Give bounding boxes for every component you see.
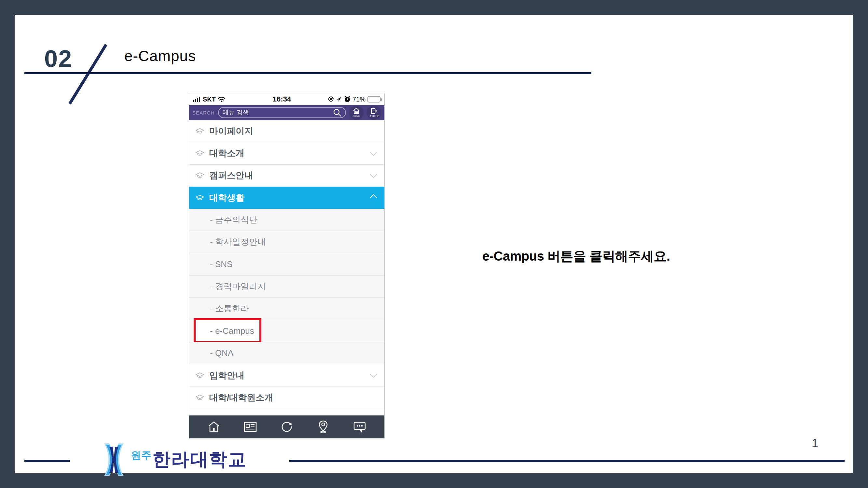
university-logo: 원주 한라대학교: [98, 442, 247, 478]
battery-percent: 71%: [352, 96, 366, 103]
submenu-item-sns[interactable]: - SNS: [189, 253, 384, 275]
nav-home-button[interactable]: [204, 417, 224, 436]
submenu-item-academic-calendar[interactable]: - 학사일정안내: [189, 231, 384, 253]
home-icon: [207, 421, 220, 433]
section-title: e-Campus: [124, 47, 196, 65]
halla-h-mark-icon: [98, 443, 129, 477]
phone-status-bar: SKT 16:34: [189, 93, 384, 105]
footer-line-left: [24, 460, 70, 462]
graduation-cap-icon: [195, 372, 204, 379]
menu-item-mypage[interactable]: 마이페이지: [189, 120, 384, 142]
logout-icon: [370, 108, 377, 114]
menu-item-univ-intro[interactable]: 대학소개: [189, 142, 384, 164]
page-number: 1: [812, 436, 818, 450]
home-button-label: HOME: [353, 115, 360, 117]
menu-search-box[interactable]: [218, 107, 346, 118]
chat-icon: [353, 421, 366, 433]
submenu-item-ecampus[interactable]: - e-Campus: [189, 320, 384, 342]
chevron-down-icon: [370, 171, 377, 178]
footer-line-right: [289, 460, 844, 462]
title-underline: [24, 72, 591, 74]
wifi-icon: [218, 96, 225, 102]
battery-icon: [367, 96, 380, 102]
nav-chat-button[interactable]: [350, 417, 369, 436]
graduation-cap-icon: [195, 172, 204, 178]
submenu-item-qna[interactable]: - QNA: [189, 342, 384, 364]
chevron-down-icon: [370, 149, 377, 156]
menu-item-admissions[interactable]: 입학안내: [189, 364, 384, 387]
chevron-up-icon: [370, 194, 377, 201]
home-button[interactable]: HOME: [349, 105, 364, 120]
clock-time: 16:34: [248, 95, 315, 103]
phone-menu: 마이페이지 대학소개 캠퍼스안내: [189, 120, 384, 416]
graduation-cap-icon: [195, 195, 204, 201]
news-card-icon: [244, 422, 257, 432]
title-slash-decoration: [67, 43, 110, 106]
alarm-clock-icon: [344, 96, 350, 102]
logout-button-label: 로그아웃: [369, 115, 379, 117]
nav-refresh-button[interactable]: [277, 417, 297, 436]
menu-item-college-grad-intro[interactable]: 대학/대학원소개: [189, 387, 384, 409]
submenu-item-sotong-halla[interactable]: - 소통한라: [189, 298, 384, 320]
phone-app-header: SEARCH HOME: [189, 105, 384, 120]
submenu-item-weekly-menu[interactable]: - 금주의식단: [189, 209, 384, 231]
rotation-lock-icon: [328, 96, 334, 102]
phone-screenshot: SKT 16:34: [189, 93, 385, 438]
search-icon[interactable]: [333, 108, 341, 117]
menu-item-campus-life[interactable]: 대학생활: [189, 187, 384, 208]
graduation-cap-icon: [195, 150, 204, 157]
menu-search-input[interactable]: [223, 109, 330, 116]
logo-university-text: 한라대학교: [152, 447, 247, 472]
slide: 02 e-Campus SKT 16:34: [15, 15, 853, 474]
chevron-down-icon: [370, 371, 377, 378]
instruction-caption: e-Campus 버튼을 클릭해주세요.: [482, 247, 670, 265]
location-arrow-icon: [336, 96, 342, 102]
carrier-label: SKT: [203, 96, 216, 103]
logout-button[interactable]: 로그아웃: [367, 105, 381, 120]
nav-news-button[interactable]: [241, 417, 260, 436]
submenu-item-career-mileage[interactable]: - 경력마일리지: [189, 275, 384, 298]
phone-bottom-nav: [189, 416, 384, 438]
signal-strength-icon: [193, 96, 201, 102]
logo-wonju-text: 원주: [131, 449, 152, 462]
search-label: SEARCH: [192, 110, 215, 116]
nav-location-button[interactable]: [313, 417, 333, 436]
slide-canvas: { "slide": { "section_number": "02", "se…: [0, 0, 868, 488]
menu-item-campus-guide[interactable]: 캠퍼스안내: [189, 165, 384, 187]
location-pin-icon: [318, 420, 329, 433]
home-icon: [353, 108, 360, 114]
graduation-cap-icon: [195, 394, 204, 401]
graduation-cap-icon: [195, 128, 204, 134]
menu-bottom-gap: [189, 409, 384, 416]
refresh-icon: [281, 421, 293, 433]
